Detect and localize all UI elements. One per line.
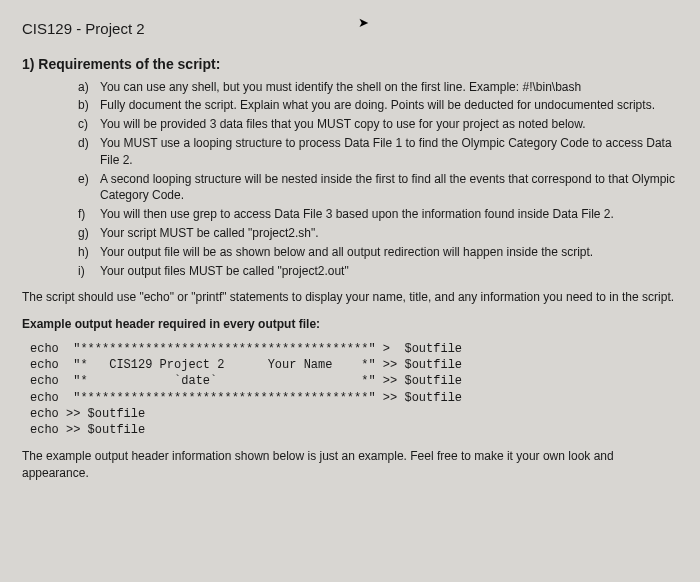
item-text: Your output files MUST be called "projec… <box>100 263 678 280</box>
item-text: You will be provided 3 data files that y… <box>100 116 678 133</box>
list-item: c) You will be provided 3 data files tha… <box>78 116 678 133</box>
list-item: i) Your output files MUST be called "pro… <box>78 263 678 280</box>
item-text: You will then use grep to access Data Fi… <box>100 206 678 223</box>
page-title: CIS129 - Project 2 <box>22 18 678 39</box>
item-text: You MUST use a looping structure to proc… <box>100 135 678 169</box>
item-marker: f) <box>78 206 100 223</box>
item-marker: h) <box>78 244 100 261</box>
cursor-icon: ➤ <box>358 14 369 32</box>
item-marker: c) <box>78 116 100 133</box>
requirements-list: a) You can use any shell, but you must i… <box>22 79 678 280</box>
code-example: echo "**********************************… <box>30 341 678 438</box>
item-text: Your script MUST be called "project2.sh"… <box>100 225 678 242</box>
item-marker: b) <box>78 97 100 114</box>
item-marker: a) <box>78 79 100 96</box>
list-item: d) You MUST use a looping structure to p… <box>78 135 678 169</box>
item-text: A second looping structure will be neste… <box>100 171 678 205</box>
list-item: f) You will then use grep to access Data… <box>78 206 678 223</box>
paragraph-usage: The script should use "echo" or "printf"… <box>22 289 678 306</box>
item-text: Fully document the script. Explain what … <box>100 97 678 114</box>
list-item: g) Your script MUST be called "project2.… <box>78 225 678 242</box>
example-header: Example output header required in every … <box>22 316 678 333</box>
item-text: You can use any shell, but you must iden… <box>100 79 678 96</box>
item-marker: i) <box>78 263 100 280</box>
list-item: h) Your output file will be as shown bel… <box>78 244 678 261</box>
item-marker: g) <box>78 225 100 242</box>
list-item: a) You can use any shell, but you must i… <box>78 79 678 96</box>
item-marker: e) <box>78 171 100 205</box>
list-item: b) Fully document the script. Explain wh… <box>78 97 678 114</box>
closing-note: The example output header information sh… <box>22 448 678 482</box>
list-item: e) A second looping structure will be ne… <box>78 171 678 205</box>
item-marker: d) <box>78 135 100 169</box>
item-text: Your output file will be as shown below … <box>100 244 678 261</box>
requirements-header: 1) Requirements of the script: <box>22 55 678 75</box>
